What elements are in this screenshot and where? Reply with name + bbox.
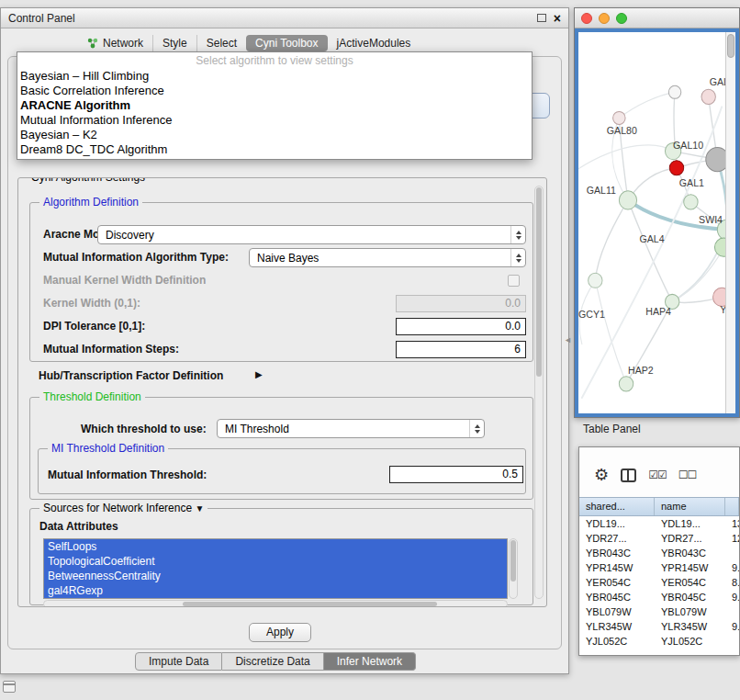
table-row[interactable]: YER054CYER054C8.: [579, 575, 739, 590]
network-canvas[interactable]: GALGAL80GAL10GAL11GAL1SWI4GAL4GCY1HAP4YH…: [578, 32, 725, 413]
network-node-label: HAP4: [645, 306, 671, 317]
network-node[interactable]: [668, 85, 680, 98]
tab-label: Cyni Toolbox: [255, 37, 318, 50]
algorithm-option[interactable]: Bayesian – Hill Climbing: [17, 69, 532, 84]
attribute-item[interactable]: TopologicalCoefficient: [44, 554, 507, 569]
network-node[interactable]: [669, 161, 683, 175]
mi-type-combobox[interactable]: Naive Bayes: [249, 248, 526, 267]
tab-discretize-data[interactable]: Discretize Data: [222, 652, 323, 671]
select-all-icon[interactable]: ☑☑: [648, 469, 667, 481]
network-node[interactable]: [619, 191, 636, 209]
table-cell: YJL052C: [579, 634, 655, 649]
table-cell: YBL079W: [579, 604, 655, 619]
minimized-window-icon[interactable]: [3, 681, 16, 693]
deselect-all-icon[interactable]: ☐☐: [678, 469, 697, 481]
table-cell: YDL19...: [579, 516, 655, 531]
algorithm-definition-group: Algorithm Definition Aracne Mode: Discov…: [29, 202, 533, 362]
network-node[interactable]: [701, 89, 715, 104]
table-row[interactable]: YBR045CYBR045C9.: [579, 590, 739, 604]
hub-section-label[interactable]: Hub/Transcription Factor Definition: [39, 369, 223, 382]
manual-kernel-checkbox[interactable]: [508, 275, 520, 287]
control-panel-titlebar[interactable]: Control Panel ×: [1, 8, 568, 28]
table-row[interactable]: YBL079WYBL079W: [579, 604, 739, 619]
tab-jactivemodules[interactable]: jActiveModules: [328, 35, 420, 51]
network-edge[interactable]: [595, 280, 626, 384]
tab-label: Network: [103, 37, 143, 50]
window-title: Control Panel: [8, 12, 537, 25]
network-edge[interactable]: [578, 145, 673, 169]
network-node[interactable]: [613, 111, 625, 124]
network-node-label: GAL1: [679, 177, 704, 188]
column-header-extra[interactable]: [725, 498, 739, 515]
network-node[interactable]: [589, 273, 602, 288]
settings-scrollbar[interactable]: [534, 186, 544, 599]
tab-label: jActiveModules: [337, 37, 411, 50]
which-threshold-combobox[interactable]: MI Threshold: [217, 419, 485, 438]
kernel-width-field[interactable]: 0.0: [396, 295, 526, 312]
table-row[interactable]: YPR145WYPR145W9.: [579, 560, 739, 575]
algorithm-option[interactable]: Bayesian – K2: [17, 128, 532, 142]
algorithm-option[interactable]: Mutual Information Inference: [17, 113, 532, 128]
tab-network[interactable]: Network: [78, 35, 152, 51]
table-row[interactable]: YJL052CYJL052C: [579, 634, 739, 649]
table-row[interactable]: YBR043CYBR043C: [579, 546, 739, 560]
mi-steps-field[interactable]: 6: [396, 341, 526, 358]
network-edge[interactable]: [595, 200, 628, 280]
column-header-shared-name[interactable]: shared...: [579, 498, 655, 515]
table-cell: YPR145W: [655, 560, 725, 575]
network-window-titlebar[interactable]: [575, 8, 739, 28]
network-node[interactable]: [684, 195, 698, 209]
attributes-hscrollbar[interactable]: [43, 600, 508, 607]
zoom-window-icon[interactable]: [616, 13, 627, 24]
column-header-name[interactable]: name: [655, 498, 725, 515]
tab-select[interactable]: Select: [196, 35, 246, 51]
apply-button[interactable]: Apply: [249, 623, 311, 642]
close-window-icon[interactable]: [581, 13, 592, 24]
algorithm-popup-options: Bayesian – Hill ClimbingBasic Correlatio…: [17, 69, 532, 157]
gear-icon[interactable]: ⚙: [594, 467, 609, 483]
attribute-item[interactable]: gal4RGexp: [44, 583, 507, 598]
collapsed-arrow-icon[interactable]: ▶: [255, 369, 263, 379]
table-cell: YER054C: [655, 575, 725, 590]
network-node[interactable]: [619, 377, 633, 391]
mi-type-label: Mutual Information Algorithm Type:: [43, 251, 229, 264]
float-window-icon[interactable]: [537, 14, 546, 22]
attribute-item[interactable]: SelfLoops: [44, 539, 507, 554]
data-attributes-list[interactable]: SelfLoopsTopologicalCoefficientBetweenne…: [43, 538, 508, 599]
tab-style[interactable]: Style: [152, 35, 196, 51]
algorithm-option[interactable]: Dream8 DC_TDC Algorithm: [17, 142, 532, 157]
expanded-arrow-icon[interactable]: ▼: [195, 503, 204, 514]
network-edge[interactable]: [619, 92, 675, 118]
algorithm-popup: Select algorithm to view settings Bayesi…: [17, 51, 533, 160]
mi-threshold-label: Mutual Information Threshold:: [48, 469, 207, 481]
mi-steps-label: Mutual Information Steps:: [43, 343, 179, 356]
algorithm-option[interactable]: Basic Correlation Inference: [17, 84, 532, 98]
attribute-item[interactable]: BetweennessCentrality: [44, 569, 507, 583]
table-row[interactable]: YDR27...YDR27...12: [579, 531, 739, 546]
table-row[interactable]: YLR345WYLR345W9.: [579, 619, 739, 634]
close-icon[interactable]: ×: [554, 12, 561, 25]
table-cell: YBR045C: [579, 590, 655, 604]
minimize-window-icon[interactable]: [599, 13, 610, 24]
network-node[interactable]: [706, 148, 725, 172]
network-vscrollbar-thumb[interactable]: [727, 34, 734, 58]
network-vscrollbar[interactable]: [725, 32, 735, 413]
attributes-vscrollbar-thumb[interactable]: [510, 540, 516, 581]
combo-arrows-icon: [510, 249, 525, 266]
settings-scrollbar-thumb[interactable]: [536, 187, 542, 377]
tab-cyni-toolbox[interactable]: Cyni Toolbox: [246, 35, 327, 51]
mi-threshold-field[interactable]: 0.5: [389, 466, 523, 483]
attributes-vscrollbar[interactable]: [509, 538, 518, 599]
attributes-hscrollbar-thumb[interactable]: [183, 602, 437, 606]
panel-splitter-arrow[interactable]: ◄: [564, 335, 572, 344]
dpi-tolerance-field[interactable]: 0.0: [396, 318, 526, 335]
table-toolbar: ⚙ ☑☑ ☐☐: [579, 447, 739, 497]
columns-icon[interactable]: [621, 469, 636, 482]
algorithm-option[interactable]: ARACNE Algorithm: [17, 98, 532, 113]
tab-infer-network[interactable]: Infer Network: [324, 652, 416, 671]
network-edge[interactable]: [582, 107, 722, 398]
table-row[interactable]: YDL19...YDL19...13: [579, 516, 739, 531]
aracne-mode-combobox[interactable]: Discovery: [97, 225, 526, 244]
network-edge[interactable]: [628, 200, 672, 302]
tab-impute-data[interactable]: Impute Data: [135, 652, 222, 671]
